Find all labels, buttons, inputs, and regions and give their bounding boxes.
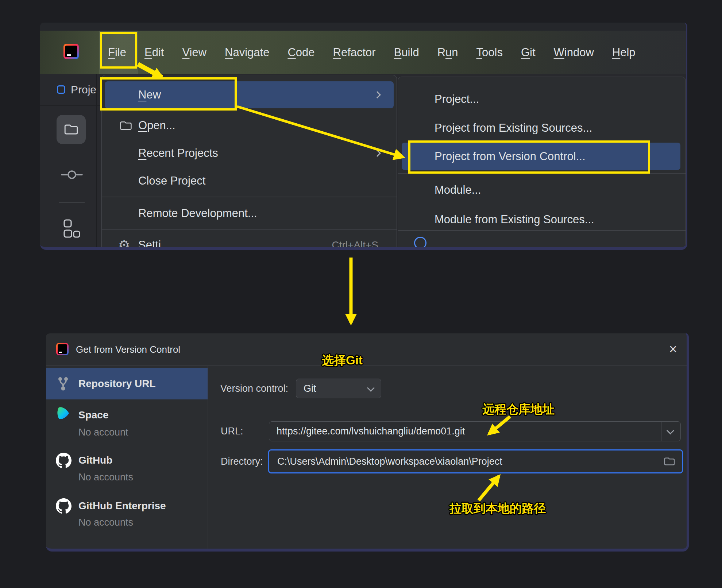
github-icon	[56, 498, 72, 514]
version-control-label: Version control:	[220, 383, 288, 394]
combo-divider	[661, 422, 662, 441]
directory-label: Directory:	[221, 456, 263, 467]
menu-item-remote-development[interactable]: Remote Development...	[102, 199, 397, 228]
menu-separator	[102, 229, 397, 230]
menu-bar: File Edit View Navigate Code Refactor Bu…	[108, 31, 636, 74]
new-submenu-popup: Project... Project from Existing Sources…	[398, 77, 686, 247]
settings-shortcut: Ctrl+Alt+S	[332, 239, 378, 250]
menu-item-settings[interactable]: ⚙ Setti Ctrl+Alt+S	[102, 232, 397, 250]
stage: File Edit View Navigate Code Refactor Bu…	[0, 0, 722, 588]
menu-item-recent-projects[interactable]: Recent Projects	[102, 139, 397, 167]
submenu-item-project[interactable]: Project...	[398, 86, 686, 113]
url-input[interactable]: https://gitee.com/lvshuichangliu/demo01.…	[269, 421, 681, 441]
branch-icon	[56, 376, 70, 392]
version-control-select[interactable]: Git	[296, 379, 381, 398]
menu-separator	[398, 173, 686, 174]
menu-file[interactable]: File	[108, 46, 126, 59]
close-icon[interactable]: ×	[669, 333, 677, 365]
folder-icon	[119, 120, 132, 131]
project-tool-window-icon	[57, 85, 65, 94]
folder-icon[interactable]	[664, 456, 675, 467]
dialog-title: Get from Version Control	[76, 333, 180, 366]
intellij-logo-icon	[56, 343, 69, 355]
rail-separator	[59, 202, 85, 203]
import-settings-icon	[414, 237, 426, 249]
annotation-remote-repo: 远程仓库地址	[482, 401, 555, 418]
chevron-down-icon	[367, 384, 375, 392]
space-icon	[56, 405, 71, 421]
submenu-item-module[interactable]: Module...	[398, 177, 686, 204]
menu-refactor[interactable]: Refactor	[333, 46, 376, 59]
window-top-strip	[40, 23, 686, 31]
dialog-titlebar: Get from Version Control ×	[46, 333, 687, 366]
annotation-select-git: 选择Git	[322, 352, 363, 369]
menu-help[interactable]: Help	[612, 46, 636, 59]
menu-build[interactable]: Build	[394, 46, 419, 59]
menu-view[interactable]: View	[182, 46, 206, 59]
menu-tools[interactable]: Tools	[476, 46, 503, 59]
submenu-item-project-from-version-control[interactable]: Project from Version Control...	[398, 143, 686, 170]
commit-rail-icon[interactable]	[61, 169, 83, 182]
directory-input[interactable]: C:\Users\Admin\Desktop\workspace\xiaolan…	[268, 449, 683, 473]
project-header-divider	[40, 105, 101, 106]
submenu-chevron-icon	[374, 91, 381, 98]
tool-rail-divider	[96, 74, 97, 247]
menu-edit[interactable]: Edit	[144, 46, 164, 59]
menu-item-new[interactable]: New	[102, 81, 397, 108]
menu-separator	[102, 197, 397, 197]
chevron-down-icon[interactable]	[667, 427, 674, 434]
github-icon	[56, 453, 72, 468]
menu-item-open[interactable]: Open...	[102, 112, 397, 139]
menu-git[interactable]: Git	[521, 46, 536, 59]
folder-icon	[63, 123, 79, 136]
menu-navigate[interactable]: Navigate	[225, 46, 269, 59]
menu-item-close-project[interactable]: Close Project	[102, 167, 397, 195]
submenu-item-module-from-existing-sources[interactable]: Module from Existing Sources...	[398, 206, 686, 233]
menu-window[interactable]: Window	[554, 46, 594, 59]
gear-icon: ⚙	[118, 239, 130, 250]
menu-code[interactable]: Code	[287, 46, 314, 59]
annotation-local-path: 拉取到本地的路径	[449, 500, 546, 517]
get-from-version-control-dialog: Get from Version Control × Repository UR…	[46, 333, 689, 552]
dialog-sidebar: Repository URL Space No account GitHub N…	[46, 366, 208, 549]
file-menu-popup: New Open... Recent Projects Close Projec…	[101, 75, 397, 247]
project-panel-label: Proje	[71, 74, 96, 105]
submenu-chevron-icon	[374, 150, 381, 157]
ide-window: File Edit View Navigate Code Refactor Bu…	[40, 23, 687, 250]
submenu-item-project-from-existing-sources[interactable]: Project from Existing Sources...	[398, 115, 686, 142]
menu-separator	[398, 230, 686, 231]
intellij-logo-icon	[63, 44, 79, 59]
project-rail-button[interactable]	[57, 115, 86, 144]
sidebar-item-repository-url[interactable]: Repository URL	[46, 368, 208, 399]
url-label: URL:	[221, 426, 243, 437]
structure-rail-icon[interactable]	[63, 219, 80, 240]
menu-run[interactable]: Run	[437, 46, 458, 59]
